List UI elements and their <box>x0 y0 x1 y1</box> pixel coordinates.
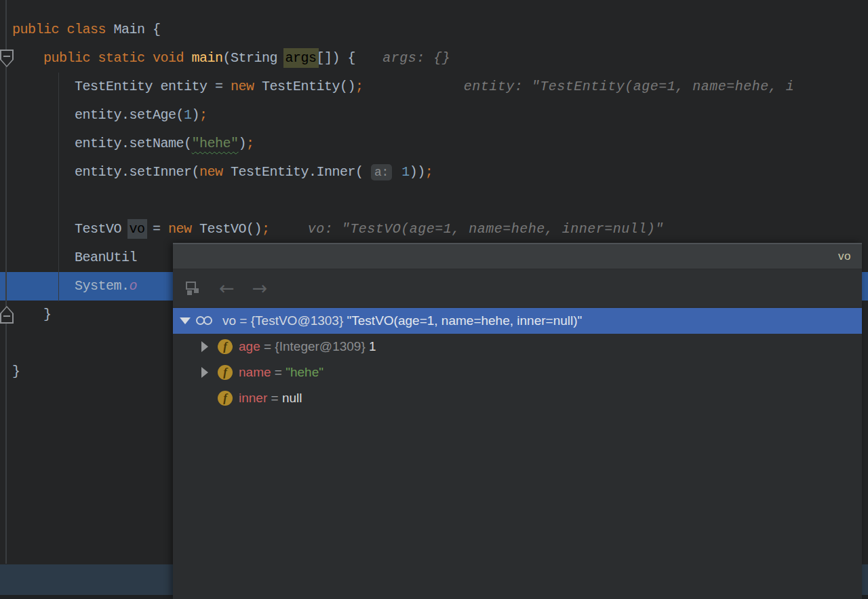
code-line[interactable]: public static void main(String args[]) {… <box>0 44 868 73</box>
popup-toolbar: ← → <box>173 269 862 307</box>
expander-closed-icon[interactable] <box>201 341 216 352</box>
code-token: )) <box>410 164 425 180</box>
code-line[interactable]: public class Main { <box>0 16 868 44</box>
code-token: entity.setInner( <box>12 164 199 180</box>
code-token: TestEntity.Inner( <box>223 164 372 180</box>
variable-value: 1 <box>369 339 376 354</box>
tree-view-icon[interactable] <box>185 280 201 296</box>
fold-marker-open-icon[interactable] <box>0 50 14 67</box>
variable-type: {Integer@1309} <box>275 339 369 354</box>
popup-header: vo <box>173 243 862 269</box>
code-token: TestEntity() <box>254 79 356 94</box>
code-token: public class <box>12 22 114 37</box>
fold-marker-close-icon[interactable] <box>0 306 14 324</box>
variables-tree: vo = {TestVO@1303} "TestVO(age=1, name=h… <box>173 307 862 411</box>
code-line[interactable]: entity.setInner(new TestEntity.Inner( a:… <box>0 158 868 187</box>
code-token: vo <box>130 221 145 237</box>
code-token: o <box>130 278 138 294</box>
code-token: new <box>231 79 254 94</box>
code-token: []) { <box>317 50 356 66</box>
expander-open-icon[interactable] <box>180 317 195 324</box>
code-token: ; <box>425 164 433 180</box>
code-token: ) <box>192 107 200 123</box>
popup-expression-label: vo <box>838 250 851 263</box>
variable-type: {TestVO@1303} <box>251 313 347 328</box>
code-token: a: <box>371 164 392 180</box>
field-icon: f <box>218 365 233 380</box>
code-token: ) <box>239 136 247 151</box>
code-token: ; <box>246 136 254 151</box>
expander-closed-icon[interactable] <box>201 367 216 378</box>
gutter-divider <box>5 0 7 564</box>
back-arrow-icon[interactable]: ← <box>219 279 235 297</box>
code-token: "hehe" <box>192 136 239 151</box>
code-token: ; <box>262 221 270 237</box>
debugger-inline-hint: entity: "TestEntity(age=1, name=hehe, i <box>464 79 795 94</box>
code-line[interactable]: TestEntity entity = new TestEntity();ent… <box>0 73 868 101</box>
code-line[interactable] <box>0 187 868 215</box>
variable-name: age <box>239 339 260 354</box>
code-token: System. <box>12 278 130 294</box>
code-token: new <box>199 164 223 180</box>
field-icon: f <box>218 391 233 406</box>
debugger-variable-popup: vo ← → vo = {TestVO@1303} "TestVO(age=1,… <box>173 243 862 599</box>
indent-guide <box>58 73 59 301</box>
code-token: = <box>145 221 169 237</box>
code-token: 1 <box>184 107 192 123</box>
code-token: entity.setAge( <box>12 107 184 123</box>
code-token: public static void <box>43 50 192 66</box>
code-token: } <box>12 307 52 322</box>
variable-row-vo[interactable]: vo = {TestVO@1303} "TestVO(age=1, name=h… <box>173 308 862 334</box>
debugger-inline-hint: args: {} <box>382 50 450 66</box>
variable-row-age[interactable]: fage = {Integer@1309} 1 <box>173 334 862 360</box>
code-token: args <box>285 50 317 66</box>
variable-row-name[interactable]: fname = "hehe" <box>173 360 862 385</box>
code-token: main <box>192 50 223 66</box>
variable-value: null <box>282 391 302 406</box>
equals-sign: = <box>260 339 275 354</box>
code-token: 1 <box>394 164 410 180</box>
variable-value: "hehe" <box>285 365 323 380</box>
equals-sign: = <box>236 313 251 328</box>
code-token: ; <box>355 79 363 94</box>
code-token: TestEntity entity = <box>12 79 231 94</box>
code-token: Main { <box>114 22 161 37</box>
equals-sign: = <box>267 391 282 406</box>
variable-row-inner[interactable]: finner = null <box>173 385 862 411</box>
watch-variable-icon <box>196 315 216 326</box>
variable-name: vo <box>222 313 236 328</box>
field-icon: f <box>218 339 233 354</box>
forward-arrow-icon[interactable]: → <box>252 279 268 297</box>
variable-name: inner <box>239 391 267 406</box>
variable-value: "TestVO(age=1, name=hehe, inner=null)" <box>347 313 583 328</box>
code-token: new <box>168 221 192 237</box>
code-line[interactable]: TestVO vo = new TestVO();vo: "TestVO(age… <box>0 215 868 244</box>
code-token: (String <box>223 50 285 66</box>
variable-name: name <box>239 365 271 380</box>
code-token: entity.setName( <box>12 136 192 151</box>
equals-sign: = <box>271 365 286 380</box>
code-token: BeanUtil <box>12 250 137 265</box>
code-token: TestVO <box>12 221 130 237</box>
code-line[interactable]: entity.setAge(1); <box>0 101 868 130</box>
debugger-inline-hint: vo: "TestVO(age=1, name=hehe, inner=null… <box>308 221 664 237</box>
code-line[interactable]: entity.setName("hehe"); <box>0 130 868 158</box>
code-token <box>12 50 43 66</box>
code-token: } <box>12 364 20 379</box>
code-token: TestVO() <box>192 221 262 237</box>
code-token: ; <box>199 107 208 123</box>
